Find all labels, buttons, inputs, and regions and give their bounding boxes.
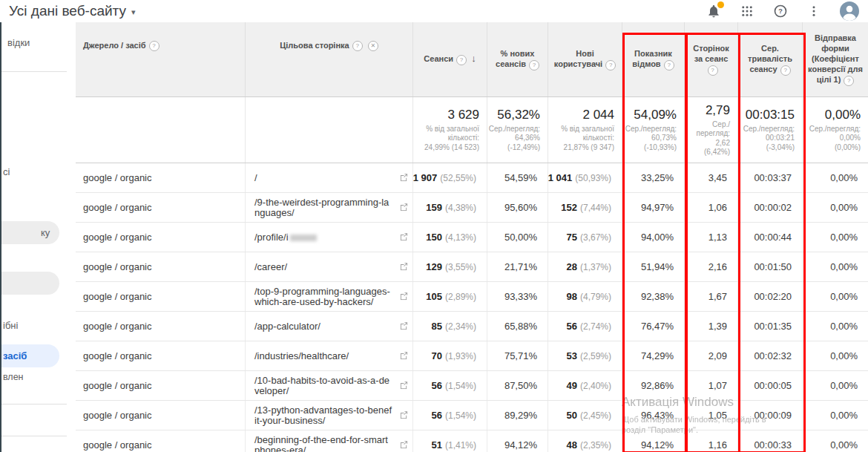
open-in-new-icon[interactable] xyxy=(400,232,408,243)
pages-per-session-cell: 1,13 xyxy=(684,223,737,252)
help-icon[interactable]: ? xyxy=(780,65,791,76)
new-users-percent: (50,93%) xyxy=(575,173,611,183)
source-medium-cell: google / organic xyxy=(74,223,245,252)
pages-per-session-value: 2,16 xyxy=(708,261,727,272)
sessions-cell: 51(1,41%) xyxy=(412,430,487,452)
sessions-cell: 150(4,13%) xyxy=(412,223,487,252)
table-row[interactable]: google / organic /10-bad-habits-to-avoid… xyxy=(74,371,868,401)
goal-conversion-value: 0,00% xyxy=(830,410,858,421)
nav-item-pill[interactable]: ку xyxy=(1,221,59,244)
pages-per-session-value: 2,09 xyxy=(708,350,727,361)
pages-per-session-cell: 2,09 xyxy=(684,341,737,370)
open-in-new-icon[interactable] xyxy=(400,203,408,213)
help-icon[interactable]: ? xyxy=(529,60,539,71)
column-header[interactable]: Джерело / засіб? xyxy=(74,22,245,96)
summary-cell: 54,09% Сер./перегляд:60,73%(-10,93%) xyxy=(622,97,684,163)
landing-page-value: /10-bad-habits-to-avoid-as-a-developer/ xyxy=(254,375,389,396)
nav-item-fragment[interactable]: відки xyxy=(7,37,30,48)
pages-per-session-cell: 1,05 xyxy=(684,401,737,430)
new-users-cell: 53(2,59%) xyxy=(548,341,622,370)
column-header[interactable]: Сторінок за сеанс? xyxy=(684,22,737,96)
landing-page-cell: /beginning-of-the-end-for-smartphones-er… xyxy=(245,430,412,452)
column-header[interactable]: Сеанси? ↓ xyxy=(412,22,487,96)
open-in-new-icon[interactable] xyxy=(400,321,408,332)
header-icon-group: ? xyxy=(706,1,859,21)
column-header[interactable]: % нових сеансів? xyxy=(487,22,548,96)
landing-page-value: /career/ xyxy=(254,261,287,272)
summary-subline: Сер./перегляд: xyxy=(489,125,540,134)
sort-descending-icon[interactable]: ↓ xyxy=(471,53,476,64)
table-row[interactable]: google / organic /13-python-advantages-t… xyxy=(74,401,868,430)
notifications-button[interactable] xyxy=(706,4,721,19)
remove-column-icon[interactable]: ✕ xyxy=(368,41,378,51)
new-sessions-value: 75,71% xyxy=(504,350,537,361)
apps-grid-button[interactable] xyxy=(740,4,754,18)
open-in-new-icon[interactable] xyxy=(400,351,408,361)
open-in-new-icon[interactable] xyxy=(400,262,408,272)
nav-item-fragment[interactable]: сі xyxy=(3,166,10,177)
open-in-new-icon[interactable] xyxy=(400,173,408,183)
summary-sublines: % від загальної кількості:21,87% (9 347) xyxy=(548,125,614,153)
open-in-new-icon[interactable] xyxy=(400,440,408,451)
help-icon[interactable]: ? xyxy=(664,60,674,71)
open-in-new-icon[interactable] xyxy=(400,292,408,302)
help-button[interactable]: ? xyxy=(773,4,788,19)
summary-value: 56,32% xyxy=(497,108,540,122)
pages-per-session-value: 1,13 xyxy=(708,232,727,243)
table-row[interactable]: google / organic /app-calculator/ 85(2,3… xyxy=(74,312,868,341)
column-header[interactable]: Показник відмов? xyxy=(622,22,684,96)
table-row[interactable]: google / organic / 1 907(52,55%) 54,59% … xyxy=(74,163,868,193)
nav-item-pill[interactable] xyxy=(1,272,59,295)
new-users-value: 53 xyxy=(567,350,577,361)
open-in-new-icon[interactable] xyxy=(400,381,408,391)
source-medium-cell: google / organic xyxy=(74,341,245,370)
more-menu-button[interactable] xyxy=(807,4,821,18)
column-header[interactable]: Сер. тривалість сеансу? xyxy=(737,22,802,96)
nav-item-selected[interactable]: засіб xyxy=(1,344,59,367)
nav-item-fragment: засіб xyxy=(1,350,27,361)
source-medium-value: google / organic xyxy=(83,261,152,272)
summary-subline: (0,00%) xyxy=(809,143,861,153)
help-icon[interactable]: ? xyxy=(605,60,616,71)
new-users-cell: 48(2,35%) xyxy=(548,430,622,452)
table-summary-row: 3 629 % від загальної кількості:24,99% (… xyxy=(74,97,868,163)
sessions-cell: 105(2,89%) xyxy=(412,282,487,311)
help-icon[interactable]: ? xyxy=(149,41,160,51)
nav-item-fragment[interactable]: влен xyxy=(3,372,24,382)
summary-value: 00:03:15 xyxy=(746,108,795,122)
notification-badge xyxy=(717,1,724,8)
avg-session-duration-value: 00:00:44 xyxy=(754,232,792,243)
bounce-rate-value: 92,86% xyxy=(641,380,674,391)
new-users-cell: 75(3,67%) xyxy=(548,223,622,252)
summary-value: 54,09% xyxy=(634,108,677,122)
table-row[interactable]: google / organic /career/ 129(3,55%) 21,… xyxy=(74,252,868,282)
nav-item-fragment[interactable]: ібні xyxy=(3,320,18,331)
landing-page-text: /industries/healthcare/ xyxy=(254,351,349,361)
help-icon[interactable]: ? xyxy=(844,76,854,86)
summary-subline: (6,42%) xyxy=(685,148,730,157)
column-header[interactable]: Відправка форми (Коефіцієнт конверсії дл… xyxy=(802,22,868,96)
help-icon[interactable]: ? xyxy=(352,41,363,51)
table-row[interactable]: google / organic /9-the-weirdest-program… xyxy=(74,193,868,223)
new-sessions-pct-cell: 95,60% xyxy=(487,193,548,222)
table-row[interactable]: google / organic /profile/i 150(4,13%) 5… xyxy=(74,223,868,252)
account-avatar[interactable] xyxy=(840,1,859,21)
column-header[interactable]: Цільова сторінка? ✕ xyxy=(245,22,412,96)
table-row[interactable]: google / organic /industries/healthcare/… xyxy=(74,341,868,371)
column-header-content: Цільова сторінка? ✕ xyxy=(280,40,378,51)
help-icon: ? xyxy=(773,4,788,19)
bounce-rate-cell: 94,97% xyxy=(622,193,684,222)
help-icon[interactable]: ? xyxy=(708,65,718,76)
sessions-value: 56 xyxy=(432,410,442,421)
open-in-new-icon[interactable] xyxy=(400,410,408,421)
view-selector[interactable]: Усі дані веб-сайту ▾ xyxy=(9,3,136,19)
table-row[interactable]: google / organic /beginning-of-the-end-f… xyxy=(74,430,868,452)
column-header[interactable]: Нові користувачі? xyxy=(548,22,622,96)
summary-subline: Сер./перегляд: xyxy=(743,125,795,134)
new-sessions-value: 50,00% xyxy=(504,232,537,243)
avg-session-duration-cell: 00:03:37 xyxy=(737,163,802,192)
table-row[interactable]: google / organic /top-9-programming-lang… xyxy=(74,282,868,312)
summary-sublines: Сер./перегляд:60,73%(-10,93%) xyxy=(625,125,677,153)
help-icon[interactable]: ? xyxy=(456,55,467,65)
summary-subline: (-12,49%) xyxy=(489,143,540,153)
